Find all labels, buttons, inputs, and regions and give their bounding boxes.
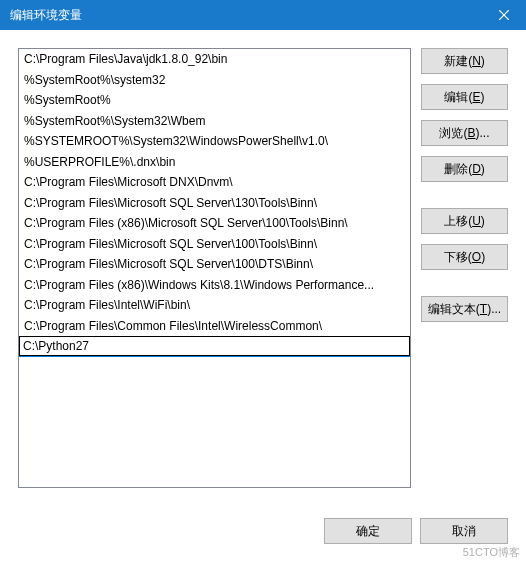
list-item[interactable]: %SystemRoot%\System32\Wbem bbox=[19, 111, 410, 132]
list-item[interactable]: C:\Program Files (x86)\Microsoft SQL Ser… bbox=[19, 213, 410, 234]
dialog-body: C:\Program Files\Java\jdk1.8.0_92\bin %S… bbox=[0, 30, 526, 506]
list-item[interactable]: C:\Program Files (x86)\Windows Kits\8.1\… bbox=[19, 275, 410, 296]
edit-button[interactable]: 编辑(E) bbox=[421, 84, 508, 110]
edit-text-button[interactable]: 编辑文本(T)... bbox=[421, 296, 508, 322]
button-column: 新建(N) 编辑(E) 浏览(B)... 删除(D) 上移(U) 下移(O) 编… bbox=[421, 48, 508, 488]
ok-button[interactable]: 确定 bbox=[324, 518, 412, 544]
list-item[interactable]: C:\Program Files\Intel\WiFi\bin\ bbox=[19, 295, 410, 316]
path-edit-input[interactable] bbox=[19, 336, 410, 356]
close-button[interactable] bbox=[481, 0, 526, 30]
move-up-button[interactable]: 上移(U) bbox=[421, 208, 508, 234]
list-item[interactable]: C:\Program Files\Common Files\Intel\Wire… bbox=[19, 316, 410, 337]
watermark: 51CTO博客 bbox=[463, 545, 520, 560]
dialog-title: 编辑环境变量 bbox=[10, 7, 82, 24]
list-item[interactable]: %SYSTEMROOT%\System32\WindowsPowerShell\… bbox=[19, 131, 410, 152]
titlebar: 编辑环境变量 bbox=[0, 0, 526, 30]
list-item[interactable]: %SystemRoot% bbox=[19, 90, 410, 111]
list-item[interactable]: %USERPROFILE%\.dnx\bin bbox=[19, 152, 410, 173]
move-down-button[interactable]: 下移(O) bbox=[421, 244, 508, 270]
browse-button[interactable]: 浏览(B)... bbox=[421, 120, 508, 146]
list-item[interactable]: C:\Program Files\Java\jdk1.8.0_92\bin bbox=[19, 49, 410, 70]
path-listbox[interactable]: C:\Program Files\Java\jdk1.8.0_92\bin %S… bbox=[18, 48, 411, 488]
delete-button[interactable]: 删除(D) bbox=[421, 156, 508, 182]
new-button[interactable]: 新建(N) bbox=[421, 48, 508, 74]
cancel-button[interactable]: 取消 bbox=[420, 518, 508, 544]
list-item[interactable]: %SystemRoot%\system32 bbox=[19, 70, 410, 91]
dialog-footer: 确定 取消 bbox=[324, 518, 508, 544]
list-item[interactable]: C:\Program Files\Microsoft SQL Server\13… bbox=[19, 193, 410, 214]
list-item[interactable]: C:\Program Files\Microsoft DNX\Dnvm\ bbox=[19, 172, 410, 193]
list-item[interactable]: C:\Program Files\Microsoft SQL Server\10… bbox=[19, 234, 410, 255]
close-icon bbox=[499, 10, 509, 20]
list-item-editing[interactable] bbox=[19, 336, 410, 357]
list-item[interactable]: C:\Program Files\Microsoft SQL Server\10… bbox=[19, 254, 410, 275]
